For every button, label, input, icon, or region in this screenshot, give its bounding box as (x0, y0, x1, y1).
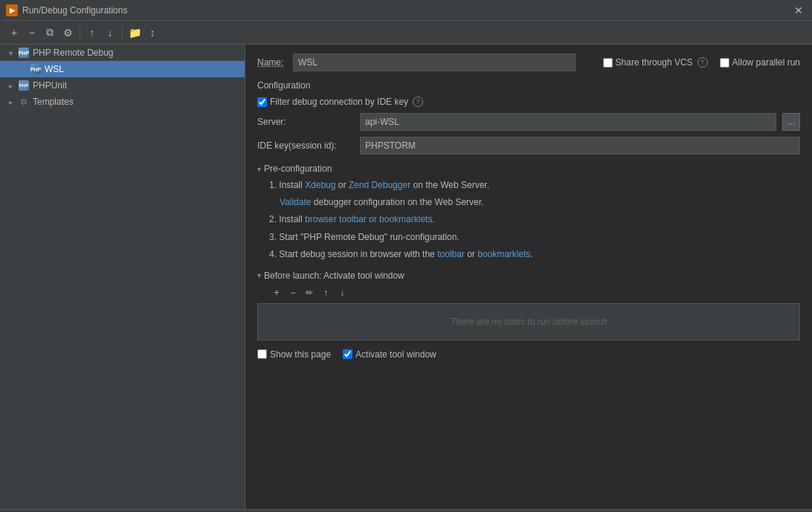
filter-debug-checkbox-label[interactable]: Filter debug connection by IDE key (257, 97, 408, 107)
pre-configuration-section: ▾ Pre-configuration 1. Install Xdebug or… (257, 163, 800, 262)
phpunit-icon: PHP (18, 80, 30, 91)
name-row-container: Name: Share through VCS ? Allow parallel… (257, 54, 800, 71)
ide-key-label: IDE key(session id): (257, 140, 354, 151)
window-title: Run/Debug Configurations (22, 5, 127, 16)
tree-label-phpunit: PHPUnit (33, 80, 67, 91)
show-page-label: Show this page (270, 349, 331, 360)
before-launch-remove-button[interactable]: − (286, 285, 300, 300)
php-remote-debug-icon: PHP (18, 47, 30, 59)
activate-tool-checkbox-label[interactable]: Activate tool window (343, 349, 436, 360)
allow-parallel-checkbox[interactable] (720, 58, 729, 68)
pre-config-step-2: 2. Install browser toolbar or bookmarkle… (269, 213, 800, 227)
configuration-title: Configuration (257, 80, 800, 91)
activate-tool-label: Activate tool window (355, 349, 436, 360)
name-label: Name: (257, 57, 287, 68)
allow-parallel-checkbox-label[interactable]: Allow parallel run (720, 57, 800, 68)
show-page-checkbox-label[interactable]: Show this page (257, 349, 331, 360)
server-field-row: Server: api-WSL … (257, 113, 800, 131)
pre-config-content: 1. Install Xdebug or Zend Debugger on th… (257, 178, 800, 262)
server-label: Server: (257, 117, 354, 127)
zend-debugger-link[interactable]: Zend Debugger (349, 180, 410, 190)
remove-config-button[interactable]: − (24, 25, 40, 41)
filter-debug-row: Filter debug connection by IDE key ? (257, 97, 800, 107)
activate-tool-checkbox[interactable] (343, 349, 352, 359)
bookmarklets-link[interactable]: bookmarklets (477, 249, 530, 259)
pre-config-step-3: 3. Start "PHP Remote Debug" run-configur… (269, 230, 800, 244)
allow-parallel-label: Allow parallel run (732, 57, 800, 68)
pre-config-step-validate: Validate debugger configuration on the W… (269, 195, 800, 210)
before-launch-up-button[interactable]: ↑ (318, 285, 333, 300)
before-launch-down-button[interactable]: ↓ (335, 285, 349, 300)
sort-config-button[interactable]: ↕ (144, 25, 161, 41)
server-select-wrapper: api-WSL (360, 113, 776, 131)
pre-config-step-4: 4. Start debug session in browser with t… (269, 247, 800, 262)
filter-help-icon: ? (413, 97, 423, 107)
pre-config-step-1: 1. Install Xdebug or Zend Debugger on th… (269, 178, 800, 192)
ide-key-field-row: IDE key(session id): (257, 137, 800, 155)
show-page-checkbox[interactable] (257, 349, 267, 359)
top-options-group: Share through VCS ? Allow parallel run (603, 57, 800, 68)
left-panel: PHP PHP Remote Debug PHP WSL PHP PHPUnit… (0, 45, 245, 509)
share-vcs-checkbox-label[interactable]: Share through VCS ? (603, 57, 708, 68)
tree-item-templates[interactable]: ⚙ Templates (0, 94, 245, 110)
right-panel: Name: Share through VCS ? Allow parallel… (245, 45, 812, 509)
down-config-button[interactable]: ↓ (102, 25, 118, 41)
server-select[interactable]: api-WSL (360, 113, 776, 131)
title-bar: ▶ Run/Debug Configurations ✕ (0, 0, 812, 21)
copy-config-button[interactable]: ⧉ (42, 25, 58, 41)
name-input[interactable] (293, 54, 576, 71)
folder-config-button[interactable]: 📁 (126, 25, 143, 41)
pre-config-arrow: ▾ (257, 165, 261, 173)
wsl-icon: PHP (30, 63, 42, 75)
tree-label-wsl: WSL (45, 64, 64, 74)
share-vcs-label: Share through VCS (616, 57, 693, 68)
bottom-options: Show this page Activate tool window (257, 349, 800, 360)
tasks-empty-area: There are no tasks to run before launch (257, 303, 800, 340)
toolbar: + − ⧉ ⚙ ↑ ↓ 📁 ↕ (0, 21, 812, 45)
xdebug-link[interactable]: Xdebug (305, 180, 335, 190)
before-launch-header[interactable]: ▾ Before launch: Activate tool window (257, 270, 800, 281)
toolbar-separator-1 (80, 27, 80, 39)
tasks-empty-text: There are no tasks to run before launch (451, 317, 607, 327)
app-icon: ▶ (6, 4, 18, 16)
tree-label-php-remote-debug: PHP Remote Debug (33, 48, 114, 58)
tree-item-php-remote-debug[interactable]: PHP PHP Remote Debug (0, 45, 245, 61)
browser-toolbar-link[interactable]: browser toolbar or bookmarklets (305, 214, 432, 224)
bottom-bar: ? OK Cancel Apply (0, 509, 812, 512)
before-launch-edit-button[interactable]: ✏ (302, 285, 317, 300)
before-launch-arrow: ▾ (257, 271, 261, 279)
before-launch-toolbar: + − ✏ ↑ ↓ (257, 285, 800, 300)
name-field-group: Name: (257, 54, 603, 71)
tree-arrow-phpunit (6, 81, 15, 90)
filter-debug-checkbox[interactable] (257, 97, 267, 107)
ide-key-input[interactable] (360, 137, 800, 155)
templates-icon: ⚙ (18, 96, 30, 108)
pre-config-title: Pre-configuration (264, 163, 332, 174)
configuration-section: Configuration Filter debug connection by… (257, 80, 800, 155)
filter-debug-label: Filter debug connection by IDE key (270, 97, 408, 107)
tree-arrow-php-remote-debug (6, 48, 15, 57)
server-more-button[interactable]: … (782, 113, 800, 131)
pre-config-header[interactable]: ▾ Pre-configuration (257, 163, 800, 174)
settings-config-button[interactable]: ⚙ (59, 25, 76, 41)
before-launch-title: Before launch: Activate tool window (264, 270, 405, 281)
share-vcs-help-icon: ? (697, 57, 708, 68)
up-config-button[interactable]: ↑ (84, 25, 100, 41)
validate-link[interactable]: Validate (280, 197, 311, 207)
main-container: PHP PHP Remote Debug PHP WSL PHP PHPUnit… (0, 45, 812, 509)
before-launch-add-button[interactable]: + (269, 285, 284, 300)
add-config-button[interactable]: + (6, 25, 22, 41)
tree-label-templates: Templates (33, 97, 74, 107)
title-bar-left: ▶ Run/Debug Configurations (6, 4, 127, 16)
share-vcs-checkbox[interactable] (603, 58, 613, 68)
toolbar-separator-2 (122, 27, 123, 39)
toolbar-link[interactable]: toolbar (437, 249, 465, 259)
tree-item-wsl[interactable]: PHP WSL (0, 61, 245, 77)
tree-item-phpunit[interactable]: PHP PHPUnit (0, 77, 245, 94)
close-button[interactable]: ✕ (791, 3, 806, 18)
tree-arrow-templates (6, 97, 15, 106)
before-launch-section: ▾ Before launch: Activate tool window + … (257, 270, 800, 340)
